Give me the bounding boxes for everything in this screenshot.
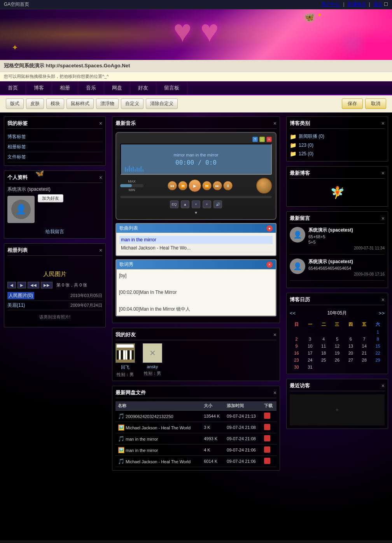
playlist-item-1[interactable]: Michael Jackson - Heal The Wo...	[119, 244, 273, 252]
player-restore-btn[interactable]: □	[259, 137, 265, 142]
blog-cat-link-2[interactable]: 125 (0)	[299, 151, 313, 156]
toolbar-layout-btn[interactable]: 版式	[6, 98, 24, 109]
cancel-button[interactable]: 取消	[365, 98, 386, 109]
cal-cell-4-1[interactable]: 24	[303, 357, 317, 364]
eq-btn[interactable]: EQ	[170, 200, 178, 208]
latest-blog-close[interactable]: ×	[382, 170, 385, 176]
nav-netdisk[interactable]: 网盘	[104, 81, 130, 95]
add-friend-button[interactable]: 加为好友	[38, 194, 63, 202]
cal-cell-2-5[interactable]: 14	[357, 343, 371, 350]
toolbar-cursor-btn[interactable]: 鼠标样式	[66, 98, 94, 109]
toolbar-clear-btn[interactable]: 清除自定义	[146, 98, 178, 109]
plus-btn[interactable]: +	[192, 200, 200, 208]
normal-mode-link[interactable]: 普通模式	[347, 2, 366, 7]
playlist-close-btn[interactable]: ●	[266, 225, 273, 232]
download-btn-1[interactable]	[264, 424, 270, 430]
cal-cell-3-1[interactable]: 17	[303, 350, 317, 357]
nav-home[interactable]: 首页	[0, 81, 26, 95]
toolbar-float-btn[interactable]: 漂浮物	[96, 98, 119, 109]
user-center-link[interactable]: 用户中心	[321, 2, 340, 7]
friend-name-0[interactable]: 回飞	[121, 364, 130, 370]
cal-cell-1-0[interactable]: 2	[290, 336, 303, 343]
nav-music[interactable]: 音乐	[78, 81, 104, 95]
album-link-1[interactable]: 美眉(11)	[7, 302, 25, 309]
lyrics-close-btn[interactable]: ×	[266, 262, 273, 268]
add-btn[interactable]: +	[203, 200, 211, 208]
cal-cell-2-2[interactable]: 11	[317, 343, 331, 350]
cal-cell-3-6[interactable]: 22	[371, 350, 385, 357]
netdisk-dl-2[interactable]	[262, 433, 276, 445]
cal-cell-4-3[interactable]: 26	[331, 357, 344, 364]
player-close-btn[interactable]: ×	[266, 137, 272, 142]
cal-cell-5-1[interactable]: 31	[303, 364, 317, 371]
prev-prev-btn[interactable]: ⏮	[168, 181, 177, 190]
album-prev-btn[interactable]: ◀	[7, 282, 16, 288]
cal-cell-2-6[interactable]: 15	[371, 343, 385, 350]
blog-cat-close[interactable]: ×	[382, 120, 385, 127]
album-close[interactable]: ×	[99, 247, 102, 253]
blog-cat-link-1[interactable]: 123 (0)	[299, 142, 313, 148]
toolbar-custom-btn[interactable]: 自定义	[121, 98, 144, 109]
netdisk-dl-4[interactable]	[262, 456, 276, 467]
file-tag-link[interactable]: 文件标签	[7, 152, 102, 162]
music-close[interactable]: ×	[273, 120, 276, 127]
friends-close[interactable]: ×	[273, 332, 276, 338]
download-btn-2[interactable]	[264, 435, 270, 441]
cal-cell-2-4[interactable]: 13	[344, 343, 357, 350]
cal-prev-btn[interactable]: <<	[290, 310, 296, 316]
cal-cell-1-6[interactable]: 8	[371, 336, 385, 343]
toolbar-module-btn[interactable]: 模块	[46, 98, 64, 109]
album-tag-link[interactable]: 相册标签	[7, 142, 102, 152]
lyrics-content[interactable]: [by] [00:02.00]Man In The Mirror [00:04.…	[116, 269, 276, 316]
album-link-0[interactable]: 人民图片(0)	[7, 292, 34, 299]
play-btn[interactable]: ▶	[189, 179, 201, 192]
cal-cell-2-0[interactable]: 9	[290, 343, 303, 350]
player-dropdown[interactable]: ▼	[120, 210, 272, 215]
vis-btn[interactable]: ▲	[181, 200, 189, 208]
cal-cell-3-5[interactable]: 21	[357, 350, 371, 357]
cal-cell-3-0[interactable]: 16	[290, 350, 303, 357]
leave-message-link[interactable]: 给我留言	[7, 228, 102, 235]
download-btn-0[interactable]	[264, 413, 270, 419]
pause-btn[interactable]: ⏸	[223, 181, 233, 190]
netdisk-dl-3[interactable]	[262, 445, 276, 456]
cal-cell-5-0[interactable]: 30	[290, 364, 303, 371]
album-next-btn[interactable]: ▶	[18, 282, 26, 288]
calendar-close[interactable]: ×	[382, 297, 385, 303]
cal-cell-1-3[interactable]: 5	[331, 336, 344, 343]
nav-album[interactable]: 相册	[52, 81, 78, 95]
logout-link[interactable]: 退出	[373, 2, 383, 7]
player-min-btn[interactable]: ?	[252, 137, 258, 142]
album-first-btn[interactable]: ◀◀	[28, 282, 39, 288]
next-next-btn[interactable]: ⏭	[213, 181, 222, 190]
cal-cell-4-2[interactable]: 25	[317, 357, 331, 364]
cal-cell-4-6[interactable]: 29	[371, 357, 385, 364]
netdisk-close[interactable]: ×	[273, 390, 276, 396]
recent-visitors-close[interactable]: ×	[382, 383, 385, 389]
cal-cell-3-2[interactable]: 18	[317, 350, 331, 357]
speaker-btn[interactable]: 🔊	[214, 200, 222, 208]
blog-cat-link-0[interactable]: 新闻联播 (0)	[299, 133, 324, 140]
cal-cell-1-5[interactable]: 7	[357, 336, 371, 343]
nav-blog[interactable]: 博客	[26, 81, 52, 95]
personal-close[interactable]: ×	[99, 174, 102, 181]
blog-tag-link[interactable]: 博客标签	[7, 132, 102, 142]
playlist-item-0[interactable]: man in the mirror	[119, 236, 273, 244]
netdisk-dl-0[interactable]	[262, 411, 276, 422]
cal-cell-4-5[interactable]: 28	[357, 357, 371, 364]
cal-cell-2-1[interactable]: 10	[303, 343, 317, 350]
download-btn-4[interactable]	[264, 458, 270, 464]
volume-knob[interactable]	[256, 178, 272, 193]
prev-btn[interactable]: ⏪	[178, 181, 187, 190]
cal-next-btn[interactable]: >>	[379, 310, 385, 316]
cal-cell-1-1[interactable]: 3	[303, 336, 317, 343]
tags-close[interactable]: ×	[99, 120, 102, 127]
save-button[interactable]: 保存	[342, 98, 363, 109]
cal-cell-1-2[interactable]: 4	[317, 336, 331, 343]
nav-guestbook[interactable]: 留言板	[156, 81, 187, 95]
cal-cell-1-4[interactable]: 6	[344, 336, 357, 343]
volume-bar[interactable]	[120, 184, 144, 187]
netdisk-dl-1[interactable]	[262, 422, 276, 433]
download-btn-3[interactable]	[264, 446, 270, 453]
latest-comment-close[interactable]: ×	[382, 215, 385, 221]
